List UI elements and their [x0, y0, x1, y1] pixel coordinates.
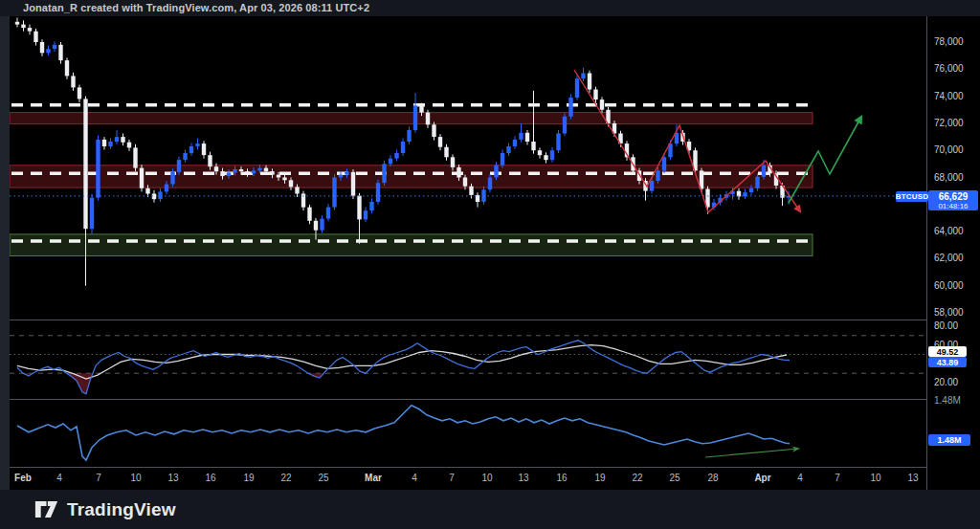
candle-body	[108, 142, 112, 146]
candle-body	[339, 175, 343, 178]
candle-body	[102, 140, 106, 146]
bullish-projection-arrow[interactable]	[789, 117, 861, 203]
rsi-line	[17, 341, 790, 394]
header-credit: Jonatan_R created with TradingView.com, …	[23, 2, 369, 13]
candle-body	[332, 178, 336, 208]
candle-body	[525, 133, 529, 142]
candle-body	[307, 208, 311, 221]
rsi-value-badge: 43.89	[928, 357, 967, 367]
candle-body	[202, 143, 206, 155]
candle-body	[575, 78, 579, 98]
candle-body	[220, 171, 224, 176]
candle-body	[264, 168, 268, 172]
chart-canvas[interactable]	[0, 0, 926, 490]
candle-body	[326, 208, 330, 219]
support-zone-2[interactable]	[10, 234, 813, 256]
header-bar: Jonatan_R created with TradingView.com, …	[0, 0, 980, 16]
candle-body	[189, 146, 193, 153]
left-margin-strip	[0, 16, 10, 490]
tradingview-logo[interactable]: TradingView	[34, 498, 176, 521]
candle-body	[494, 165, 498, 178]
candle-body	[21, 25, 25, 29]
candle-body	[83, 99, 87, 229]
bearish-zigzag-arrow[interactable]	[574, 70, 800, 212]
rsi-tick-20: 20.00	[934, 377, 958, 388]
candle-body	[469, 187, 473, 195]
candle-body	[314, 221, 318, 231]
symbol-badge-label: BTCUSD	[896, 192, 929, 201]
candle-body	[239, 169, 243, 171]
price-scale[interactable]: 78,00076,00074,00072,00070,00068,00064,0…	[926, 16, 980, 490]
candle-body	[407, 130, 411, 142]
time-label-17: 25	[669, 473, 679, 483]
candle-body	[58, 45, 62, 60]
volume-value-badge: 1.48M	[928, 434, 970, 446]
resistance-zone-1[interactable]	[10, 165, 813, 187]
candle-body	[563, 117, 567, 134]
rsi-value: 43.89	[937, 358, 959, 367]
candle-body	[71, 76, 75, 87]
candle-body	[426, 113, 430, 125]
candle-body	[65, 60, 69, 76]
time-axis[interactable]: Feb47101316192225Mar4710131619222528Apr4…	[0, 467, 926, 491]
candle-body	[662, 157, 666, 170]
candle-body	[451, 157, 455, 167]
candle-body	[277, 175, 280, 178]
volume-value: 1.48M	[937, 435, 961, 445]
resistance-zone-0[interactable]	[10, 113, 813, 124]
candle-body	[593, 90, 597, 100]
candle-body	[295, 187, 299, 193]
price-tick-72000: 72,000	[934, 118, 964, 129]
time-label-11: 7	[449, 473, 455, 483]
symbol-badge: BTCUSD	[896, 191, 928, 202]
price-tick-62000: 62,000	[934, 253, 964, 264]
price-tick-60000: 60,000	[934, 280, 964, 292]
candle-body	[53, 45, 56, 49]
candle-body	[501, 153, 504, 165]
candle-body	[656, 170, 659, 181]
candle-body	[90, 198, 94, 230]
tradingview-logo-text: TradingView	[67, 499, 176, 520]
time-label-23: 13	[907, 473, 918, 483]
time-label-2: 7	[96, 473, 101, 483]
candle-body	[488, 178, 492, 190]
time-label-8: 25	[318, 473, 328, 483]
time-label-mar: Mar	[365, 473, 382, 483]
candle-body	[463, 178, 467, 187]
time-label-3: 10	[130, 473, 141, 483]
rsi-ma-line	[17, 345, 787, 379]
time-label-10: 4	[412, 473, 417, 483]
price-tick-68000: 68,000	[934, 172, 964, 184]
candle-body	[195, 143, 199, 146]
candle-body	[257, 168, 261, 171]
candle-body	[289, 180, 293, 187]
candle-body	[369, 202, 373, 210]
volume-trend-arrow[interactable]	[705, 449, 798, 457]
candle-body	[389, 159, 392, 165]
candle-body	[177, 160, 181, 172]
tradingview-logo-icon	[34, 498, 58, 521]
candle-body	[78, 87, 81, 99]
candle-body	[183, 153, 187, 160]
candle-body	[376, 183, 380, 202]
candle-body	[28, 28, 32, 31]
candle-body	[40, 42, 44, 53]
price-tick-58000: 58,000	[934, 307, 964, 319]
time-label-14: 16	[556, 473, 567, 483]
candle-body	[762, 165, 766, 177]
candle-body	[33, 32, 37, 42]
time-label-22: 10	[870, 473, 880, 483]
price-tick-74000: 74,000	[934, 91, 964, 102]
candle-body	[394, 153, 398, 159]
time-label-20: 4	[797, 473, 803, 483]
price-tick-70000: 70,000	[934, 144, 964, 156]
candle-body	[544, 155, 547, 160]
candle-body	[568, 98, 572, 117]
time-label-18: 28	[707, 473, 718, 483]
time-label-21: 7	[835, 473, 840, 483]
candle-body	[506, 146, 510, 153]
candle-body	[357, 196, 361, 220]
candle-body	[345, 172, 348, 175]
candle-body	[413, 106, 417, 131]
candle-body	[127, 143, 131, 148]
